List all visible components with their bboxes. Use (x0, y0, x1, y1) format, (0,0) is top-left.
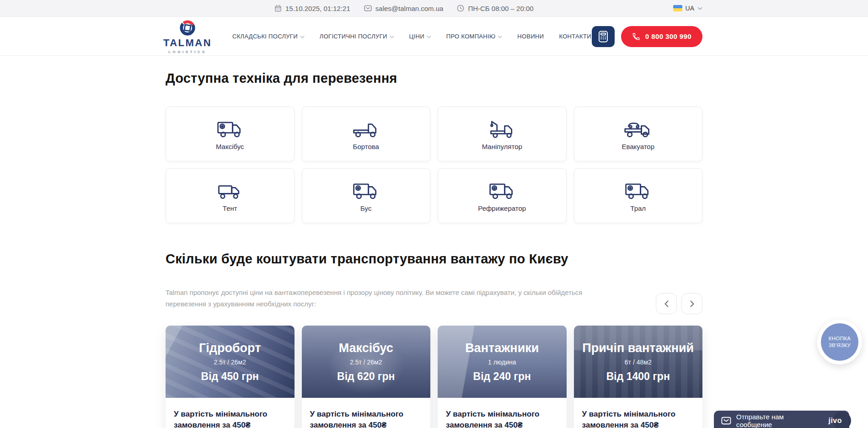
chevron-right-icon (690, 300, 694, 307)
datetime-text: 15.10.2025, 01:12:21 (285, 5, 350, 12)
nav-item-contacts[interactable]: КОНТАКТИ (559, 33, 591, 40)
envelope-icon (364, 5, 372, 11)
chevron-down-icon (390, 35, 394, 38)
price-card-hydroboard: Гідроборт 2.5т / 26м2 Від 450 грн У варт… (166, 326, 295, 428)
language-code: UA (686, 5, 694, 12)
vehicle-card-crane[interactable]: Маніпулятор (438, 107, 567, 161)
working-hours-item: ПН-СБ 08:00 – 20:00 (457, 5, 533, 12)
price-card-image: Вантажники 1 людина Від 240 грн (438, 326, 567, 398)
calendar-icon (274, 5, 282, 12)
box-truck-icon (215, 118, 245, 139)
vehicle-card-label: Трал (630, 204, 646, 212)
calculator-button[interactable] (592, 26, 615, 47)
price-card-image: Причіп вантажний 6т / 48м2 Від 1400 грн (574, 326, 703, 398)
callback-button[interactable]: КНОПКА ЗВ'ЯЗКУ (817, 320, 862, 364)
main-nav: СКЛАДСЬКІ ПОСЛУГИ ЛОГІСТИЧНІ ПОСЛУГИ ЦІН… (232, 33, 591, 40)
vehicle-card-bus[interactable]: Бус (302, 168, 431, 223)
carousel-next-button[interactable] (681, 293, 702, 314)
datetime-item: 15.10.2025, 01:12:21 (274, 5, 350, 12)
tent-truck-icon (215, 180, 245, 201)
nav-item-logistics-services[interactable]: ЛОГІСТИЧНІ ПОСЛУГИ (320, 33, 394, 40)
vehicle-card-label: Евакуатор (622, 143, 654, 150)
nav-item-about-company[interactable]: ПРО КОМПАНІЮ (446, 33, 503, 40)
vehicles-grid: Максібус Бортова Маніпулятор Евакуатор Т… (166, 107, 702, 223)
price-cards: Гідроборт 2.5т / 26м2 Від 450 грн У варт… (166, 326, 702, 428)
vehicle-card-flatbed[interactable]: Бортова (302, 107, 431, 161)
price-card-spec: 1 людина (488, 358, 516, 366)
box-truck-icon (623, 180, 653, 201)
email-text[interactable]: sales@talman.com.ua (375, 5, 444, 12)
logo-subtitle: LOGISTICS (168, 50, 207, 54)
vehicle-card-label: Бус (360, 204, 371, 212)
chevron-down-icon (498, 35, 502, 38)
vehicle-card-tent[interactable]: Тент (166, 168, 295, 223)
nav-item-news[interactable]: НОВИНИ (517, 33, 544, 40)
vehicle-card-label: Рефрижератор (478, 204, 526, 212)
pricing-section-title: Скільки буде коштувати транспортування в… (166, 251, 702, 267)
nav-label: КОНТАКТИ (559, 33, 591, 40)
chevron-down-icon (697, 7, 702, 10)
phone-number: 0 800 300 990 (645, 32, 691, 40)
nav-label: ПРО КОМПАНІЮ (446, 33, 496, 40)
price-card-maxibus: Максібус 2.5т / 26м2 Від 620 грн У варті… (302, 326, 431, 428)
pricing-description: Talman пропонує доступні ціни на вантажо… (166, 287, 586, 310)
carousel-prev-button[interactable] (656, 293, 677, 314)
vehicle-card-trailer[interactable]: Трал (574, 168, 703, 223)
price-card-spec: 2.5т / 26м2 (350, 358, 382, 366)
language-selector[interactable]: UA (673, 0, 702, 16)
price-card-title: Максібус (339, 341, 393, 355)
price-card-price: Від 240 грн (473, 370, 531, 383)
topbar-info-group: 15.10.2025, 01:12:21 sales@talman.com.ua… (274, 0, 534, 16)
price-card-price: Від 620 грн (337, 370, 395, 383)
box-truck-icon (488, 180, 517, 201)
jivo-brand: jivo (828, 417, 842, 425)
chevron-down-icon (427, 35, 431, 38)
working-hours-text: ПН-СБ 08:00 – 20:00 (468, 5, 533, 12)
callback-label: КНОПКА ЗВ'ЯЗКУ (825, 335, 854, 349)
price-card-price: Від 1400 грн (606, 370, 670, 383)
price-card-note: У вартість мінімального замовлення за 45… (174, 409, 286, 428)
phone-button[interactable]: 0 800 300 990 (621, 26, 702, 47)
vehicles-section-title: Доступна техніка для перевезення (166, 71, 702, 86)
crane-truck-icon (488, 118, 517, 139)
tow-truck-icon (623, 118, 653, 139)
phone-icon (632, 32, 640, 41)
price-card-image: Гідроборт 2.5т / 26м2 Від 450 грн (166, 326, 295, 398)
nav-item-prices[interactable]: ЦІНИ (409, 33, 431, 40)
vehicle-card-tow-truck[interactable]: Евакуатор (574, 107, 703, 161)
vehicle-card-label: Максібус (216, 143, 244, 150)
chevron-down-icon (300, 35, 305, 38)
vehicle-card-refrigerator[interactable]: Рефрижератор (438, 168, 567, 223)
price-card-title: Гідроборт (199, 341, 261, 355)
price-card-note: У вартість мінімального замовлення за 45… (582, 409, 695, 428)
price-card-note: У вартість мінімального замовлення за 45… (446, 409, 558, 428)
nav-label: ЦІНИ (409, 33, 424, 40)
vehicle-card-label: Бортова (353, 143, 379, 150)
price-card-price: Від 450 грн (201, 370, 259, 383)
price-card-spec: 6т / 48м2 (625, 358, 652, 366)
jivo-chat-widget[interactable]: Отправьте нам сообщение jivo (714, 411, 849, 428)
main-content: Доступна техніка для перевезення Максібу… (166, 56, 702, 428)
calculator-icon (598, 31, 608, 43)
carousel-controls (656, 293, 702, 314)
price-card-title: Вантажники (465, 341, 539, 355)
email-item[interactable]: sales@talman.com.ua (364, 5, 444, 12)
site-header: TALMAN LOGISTICS СКЛАДСЬКІ ПОСЛУГИ ЛОГІС… (0, 17, 868, 56)
price-card-spec: 2.5т / 26м2 (214, 358, 246, 366)
price-card-cargo-trailer: Причіп вантажний 6т / 48м2 Від 1400 грн … (574, 326, 703, 428)
price-card-loaders: Вантажники 1 людина Від 240 грн У вартіс… (438, 326, 567, 428)
box-truck-icon (351, 180, 380, 201)
price-card-title: Причіп вантажний (582, 341, 694, 355)
logo-title: TALMAN (163, 37, 212, 49)
nav-label: СКЛАДСЬКІ ПОСЛУГИ (232, 33, 298, 40)
vehicle-card-label: Маніпулятор (482, 143, 522, 150)
vehicle-card-maxibus[interactable]: Максібус (166, 107, 295, 161)
chat-message: Отправьте нам сообщение (736, 413, 821, 428)
chat-envelope-icon (721, 417, 731, 425)
vehicle-card-label: Тент (223, 204, 237, 212)
nav-item-warehouse-services[interactable]: СКЛАДСЬКІ ПОСЛУГИ (232, 33, 305, 40)
price-card-image: Максібус 2.5т / 26м2 Від 620 грн (302, 326, 431, 398)
logo[interactable]: TALMAN LOGISTICS (158, 19, 217, 54)
chevron-left-icon (664, 300, 669, 307)
flatbed-truck-icon (351, 118, 380, 139)
